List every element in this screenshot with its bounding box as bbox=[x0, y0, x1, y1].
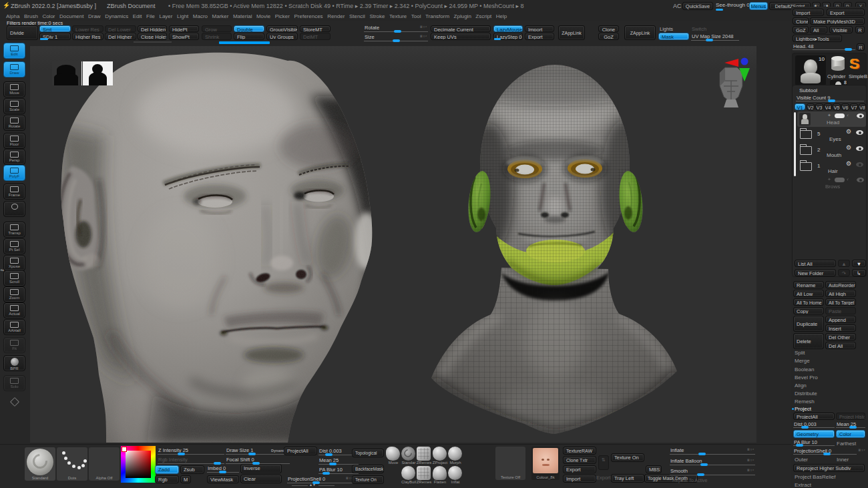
menu-material[interactable]: Material bbox=[233, 13, 252, 19]
inverse-button[interactable]: Inverse bbox=[240, 464, 282, 473]
menu-picker[interactable]: Picker bbox=[275, 13, 290, 19]
z-intensity-slider[interactable]: Z Intensity 25 bbox=[158, 447, 224, 455]
grow-button[interactable]: Grow bbox=[202, 25, 232, 32]
section-boolean[interactable]: Boolean bbox=[795, 367, 814, 373]
tool-r-button[interactable]: R bbox=[855, 26, 865, 33]
new-folder-button[interactable]: New Folder bbox=[795, 269, 836, 276]
zapplink-button[interactable]: ZAppLink bbox=[558, 25, 585, 40]
alpha-thumbnail[interactable]: Alpha Off bbox=[89, 447, 120, 481]
del-lower-button[interactable]: Del Lower bbox=[105, 25, 136, 32]
rename-button[interactable]: Rename bbox=[793, 281, 824, 288]
subtool-curve-button[interactable]: ↳ bbox=[852, 269, 866, 276]
draw-button[interactable]: Draw bbox=[3, 61, 25, 77]
camera-button[interactable] bbox=[3, 201, 25, 217]
duplicate-button[interactable]: Duplicate bbox=[793, 316, 824, 332]
insert-button[interactable]: Insert bbox=[825, 324, 856, 332]
all-low-button[interactable]: All Low bbox=[793, 290, 824, 297]
append-button[interactable]: Append bbox=[825, 316, 856, 323]
viewmask-button[interactable]: ViewMask bbox=[207, 475, 239, 483]
menus-button[interactable]: Menus bbox=[749, 2, 768, 10]
canvas[interactable] bbox=[30, 46, 756, 443]
inflate-slider[interactable]: Inflate≣▿ᶻ bbox=[670, 447, 755, 455]
tool-preview-head[interactable]: 10 bbox=[795, 55, 826, 85]
menu-brush[interactable]: Brush bbox=[24, 13, 38, 19]
tool-export-button[interactable]: Export bbox=[827, 9, 865, 16]
clone-txtr-button[interactable]: Clone Txtr bbox=[563, 456, 596, 464]
mask-button[interactable]: Mask bbox=[658, 33, 689, 40]
clone-button[interactable]: Clone bbox=[598, 25, 619, 32]
section-distribute[interactable]: Distribute bbox=[795, 391, 817, 397]
subtool-up-button[interactable]: ▲ bbox=[838, 260, 850, 267]
menu-draw[interactable]: Draw bbox=[88, 13, 101, 19]
menu-render[interactable]: Render bbox=[327, 13, 345, 19]
visibility-eye-icon[interactable] bbox=[856, 162, 863, 167]
ptsel-button[interactable]: Pt Sel bbox=[3, 238, 25, 254]
zsub-button[interactable]: Zsub bbox=[180, 465, 204, 474]
topological-button[interactable]: Topological bbox=[352, 449, 384, 457]
menu-preferences[interactable]: Preferences bbox=[294, 13, 322, 19]
tool-clone-button[interactable]: Clone bbox=[793, 17, 809, 25]
fit-button[interactable]: Fit bbox=[3, 337, 25, 353]
hidept-button[interactable]: HidePt bbox=[169, 25, 199, 32]
higher-res-button[interactable]: Higher Res bbox=[72, 33, 103, 40]
menu-help[interactable]: Help bbox=[496, 13, 507, 19]
subtool-tab-v3[interactable]: V3 bbox=[815, 103, 823, 110]
visibility-eye-icon[interactable] bbox=[857, 113, 864, 118]
tool-goz-button[interactable]: GoZ bbox=[793, 26, 809, 33]
menu-light[interactable]: Light bbox=[177, 13, 188, 19]
list-all-button[interactable]: List All bbox=[795, 260, 836, 267]
brush-claybuildup-thumb[interactable] bbox=[401, 466, 415, 480]
texture-off-thumb[interactable]: Texture Off bbox=[495, 447, 525, 480]
colour-8k-thumb[interactable]: Colour_8k bbox=[531, 447, 560, 480]
color-button[interactable]: Color bbox=[836, 430, 865, 438]
farthest-label[interactable]: Farthest bbox=[837, 441, 856, 447]
brush-standard-thumb[interactable] bbox=[401, 447, 415, 461]
make-polymesh3d-button[interactable]: Make PolyMesh3D bbox=[810, 17, 865, 25]
lights-label[interactable]: Lights bbox=[660, 26, 673, 32]
floor-button[interactable]: Floor bbox=[3, 133, 25, 149]
switch-label[interactable]: Switch bbox=[692, 26, 706, 32]
color-swatch[interactable] bbox=[122, 447, 127, 452]
subtool-tab-v2[interactable]: V2 bbox=[807, 103, 815, 110]
brush-inflat-thumb[interactable] bbox=[448, 466, 462, 480]
paste-button[interactable]: Paste bbox=[825, 307, 856, 314]
lightbox-tools-button[interactable]: Lightbox▸Tools bbox=[793, 35, 842, 42]
shrink-button[interactable]: Shrink bbox=[202, 33, 232, 40]
storemt-button[interactable]: StoreMT bbox=[300, 25, 331, 32]
edit-button[interactable]: Edit bbox=[3, 43, 25, 59]
tool-all-button[interactable]: All bbox=[810, 26, 827, 33]
outer-label[interactable]: Outer bbox=[795, 457, 808, 463]
section-split[interactable]: Split bbox=[795, 350, 805, 356]
imbed-slider[interactable]: Imbed 0 bbox=[207, 465, 239, 473]
folder-gear-icon[interactable]: ⚙ bbox=[846, 128, 851, 135]
sdiv-handle[interactable] bbox=[40, 38, 48, 40]
groupvisible-button[interactable]: GroupVisible bbox=[266, 25, 298, 32]
polyf-button[interactable]: PolyF bbox=[3, 165, 25, 181]
subtool-item-hair[interactable]: 1 ⚙ Hair bbox=[797, 160, 866, 175]
brush-zremesher2-thumb[interactable] bbox=[417, 466, 431, 480]
rgb-button[interactable]: Rgb bbox=[155, 475, 179, 483]
menu-stroke[interactable]: Stroke bbox=[369, 13, 385, 19]
uv-groups-button[interactable]: Uv Groups bbox=[266, 33, 298, 40]
menu-macro[interactable]: Macro bbox=[193, 13, 208, 19]
project-history-button[interactable]: Project History bbox=[836, 413, 865, 420]
transp-button[interactable]: Transp bbox=[3, 222, 25, 238]
see-through-slider[interactable]: See-through 0 bbox=[716, 2, 750, 8]
folder-gear-icon[interactable]: ⚙ bbox=[846, 160, 851, 167]
menu-movie[interactable]: Movie bbox=[256, 13, 270, 19]
head-r-button[interactable]: R bbox=[857, 43, 865, 51]
subtool-tab-v7[interactable]: V7 bbox=[850, 103, 858, 110]
subtool-redo-button[interactable]: ↷ bbox=[838, 269, 850, 276]
menu-zscript[interactable]: Zscript bbox=[475, 13, 491, 19]
subtool-tab-v8[interactable]: V8 bbox=[859, 103, 866, 110]
lazystep-handle[interactable] bbox=[494, 38, 501, 40]
flip-v-button[interactable]: ⇅ bbox=[598, 455, 609, 470]
zoom-button[interactable]: Zoom bbox=[3, 286, 25, 302]
alpha-thumb-2[interactable] bbox=[83, 61, 113, 85]
zadd-button[interactable]: Zadd bbox=[155, 465, 179, 474]
brush-morph-thumb[interactable] bbox=[448, 447, 462, 461]
menu-marker[interactable]: Marker bbox=[212, 13, 229, 19]
persp-button[interactable]: Persp bbox=[3, 149, 25, 165]
del-higher-button[interactable]: Del Higher bbox=[105, 33, 136, 40]
tray-left-button[interactable]: Tray Left bbox=[611, 474, 644, 483]
